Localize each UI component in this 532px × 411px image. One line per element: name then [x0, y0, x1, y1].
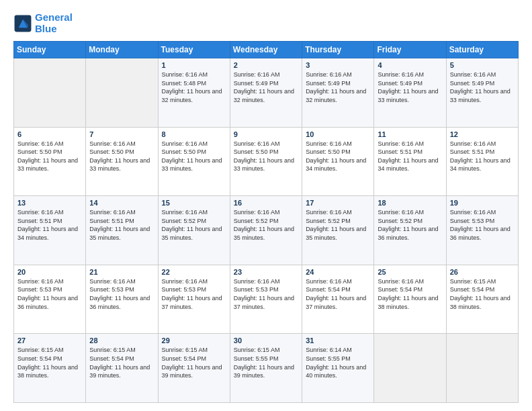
day-number: 24: [306, 268, 370, 276]
cell-info: Sunrise: 6:16 AM Sunset: 5:51 PM Dayligh…: [17, 208, 82, 242]
calendar-cell: 15Sunrise: 6:16 AM Sunset: 5:52 PM Dayli…: [158, 196, 230, 265]
day-number: 12: [450, 130, 515, 138]
day-number: 23: [234, 268, 298, 276]
calendar-cell: 5Sunrise: 6:16 AM Sunset: 5:49 PM Daylig…: [446, 58, 518, 128]
day-number: 29: [162, 336, 226, 345]
cell-info: Sunrise: 6:16 AM Sunset: 5:52 PM Dayligh…: [306, 208, 370, 242]
day-number: 21: [89, 268, 154, 276]
calendar-header-row: SundayMondayTuesdayWednesdayThursdayFrid…: [14, 42, 519, 58]
cell-info: Sunrise: 6:16 AM Sunset: 5:52 PM Dayligh…: [162, 208, 226, 242]
cell-info: Sunrise: 6:16 AM Sunset: 5:51 PM Dayligh…: [378, 140, 442, 173]
calendar-cell: [14, 58, 86, 128]
cell-info: Sunrise: 6:16 AM Sunset: 5:53 PM Dayligh…: [234, 277, 298, 311]
day-number: 25: [378, 268, 442, 276]
calendar-cell: 19Sunrise: 6:16 AM Sunset: 5:53 PM Dayli…: [446, 196, 518, 265]
day-number: 26: [450, 268, 515, 276]
logo-icon: [13, 14, 32, 33]
calendar-cell: [86, 58, 158, 128]
calendar-cell: 9Sunrise: 6:16 AM Sunset: 5:50 PM Daylig…: [230, 127, 302, 196]
cell-info: Sunrise: 6:16 AM Sunset: 5:51 PM Dayligh…: [89, 208, 154, 242]
calendar-table: SundayMondayTuesdayWednesdayThursdayFrid…: [13, 41, 519, 403]
calendar-cell: 27Sunrise: 6:15 AM Sunset: 5:54 PM Dayli…: [14, 334, 86, 403]
calendar-cell: 31Sunrise: 6:14 AM Sunset: 5:55 PM Dayli…: [302, 334, 374, 403]
calendar-cell: 28Sunrise: 6:15 AM Sunset: 5:54 PM Dayli…: [86, 334, 158, 403]
calendar-week-row: 27Sunrise: 6:15 AM Sunset: 5:54 PM Dayli…: [14, 334, 519, 403]
cell-info: Sunrise: 6:16 AM Sunset: 5:53 PM Dayligh…: [450, 208, 515, 242]
cell-info: Sunrise: 6:15 AM Sunset: 5:54 PM Dayligh…: [162, 346, 226, 379]
calendar-cell: 14Sunrise: 6:16 AM Sunset: 5:51 PM Dayli…: [86, 196, 158, 265]
calendar-cell: 20Sunrise: 6:16 AM Sunset: 5:53 PM Dayli…: [14, 265, 86, 334]
calendar-week-row: 6Sunrise: 6:16 AM Sunset: 5:50 PM Daylig…: [14, 127, 519, 196]
day-number: 7: [89, 130, 154, 138]
day-number: 2: [234, 61, 298, 69]
calendar-cell: 17Sunrise: 6:16 AM Sunset: 5:52 PM Dayli…: [302, 196, 374, 265]
cell-info: Sunrise: 6:15 AM Sunset: 5:54 PM Dayligh…: [450, 277, 515, 311]
cell-info: Sunrise: 6:16 AM Sunset: 5:50 PM Dayligh…: [162, 140, 226, 173]
day-number: 10: [306, 130, 370, 138]
cell-info: Sunrise: 6:16 AM Sunset: 5:52 PM Dayligh…: [234, 208, 298, 242]
calendar-cell: 1Sunrise: 6:16 AM Sunset: 5:48 PM Daylig…: [158, 58, 230, 128]
day-number: 15: [162, 199, 226, 207]
cell-info: Sunrise: 6:16 AM Sunset: 5:49 PM Dayligh…: [378, 71, 442, 104]
cell-info: Sunrise: 6:16 AM Sunset: 5:53 PM Dayligh…: [89, 277, 154, 311]
day-number: 5: [450, 61, 515, 69]
day-number: 11: [378, 130, 442, 138]
calendar-header-wednesday: Wednesday: [230, 42, 302, 58]
cell-info: Sunrise: 6:16 AM Sunset: 5:54 PM Dayligh…: [378, 277, 442, 311]
cell-info: Sunrise: 6:16 AM Sunset: 5:53 PM Dayligh…: [162, 277, 226, 311]
calendar-cell: 13Sunrise: 6:16 AM Sunset: 5:51 PM Dayli…: [14, 196, 86, 265]
day-number: 4: [378, 61, 442, 69]
cell-info: Sunrise: 6:16 AM Sunset: 5:48 PM Dayligh…: [162, 71, 226, 104]
day-number: 28: [89, 336, 154, 345]
cell-info: Sunrise: 6:15 AM Sunset: 5:54 PM Dayligh…: [17, 346, 82, 379]
calendar-cell: 21Sunrise: 6:16 AM Sunset: 5:53 PM Dayli…: [86, 265, 158, 334]
calendar-cell: 12Sunrise: 6:16 AM Sunset: 5:51 PM Dayli…: [446, 127, 518, 196]
day-number: 13: [17, 199, 82, 207]
day-number: 17: [306, 199, 370, 207]
calendar-header-tuesday: Tuesday: [158, 42, 230, 58]
calendar-cell: 7Sunrise: 6:16 AM Sunset: 5:50 PM Daylig…: [86, 127, 158, 196]
cell-info: Sunrise: 6:16 AM Sunset: 5:49 PM Dayligh…: [234, 71, 298, 104]
logo-blue: Blue: [35, 24, 73, 35]
calendar-cell: 26Sunrise: 6:15 AM Sunset: 5:54 PM Dayli…: [446, 265, 518, 334]
calendar-cell: 18Sunrise: 6:16 AM Sunset: 5:52 PM Dayli…: [374, 196, 446, 265]
calendar-header-friday: Friday: [374, 42, 446, 58]
calendar-cell: [446, 334, 518, 403]
calendar-week-row: 1Sunrise: 6:16 AM Sunset: 5:48 PM Daylig…: [14, 58, 519, 128]
cell-info: Sunrise: 6:16 AM Sunset: 5:50 PM Dayligh…: [89, 140, 154, 173]
calendar-cell: 24Sunrise: 6:16 AM Sunset: 5:54 PM Dayli…: [302, 265, 374, 334]
day-number: 18: [378, 199, 442, 207]
day-number: 14: [89, 199, 154, 207]
page: General Blue SundayMondayTuesdayWednesda…: [0, 0, 532, 411]
day-number: 1: [162, 61, 226, 69]
cell-info: Sunrise: 6:16 AM Sunset: 5:50 PM Dayligh…: [17, 140, 82, 173]
cell-info: Sunrise: 6:16 AM Sunset: 5:50 PM Dayligh…: [306, 140, 370, 173]
header: General Blue: [13, 12, 519, 34]
day-number: 20: [17, 268, 82, 276]
cell-info: Sunrise: 6:14 AM Sunset: 5:55 PM Dayligh…: [306, 346, 370, 379]
calendar-cell: 23Sunrise: 6:16 AM Sunset: 5:53 PM Dayli…: [230, 265, 302, 334]
calendar-cell: 16Sunrise: 6:16 AM Sunset: 5:52 PM Dayli…: [230, 196, 302, 265]
logo-name: General: [35, 12, 73, 24]
cell-info: Sunrise: 6:16 AM Sunset: 5:54 PM Dayligh…: [306, 277, 370, 311]
cell-info: Sunrise: 6:16 AM Sunset: 5:51 PM Dayligh…: [450, 140, 515, 173]
day-number: 6: [17, 130, 82, 138]
cell-info: Sunrise: 6:16 AM Sunset: 5:49 PM Dayligh…: [450, 71, 515, 104]
calendar-cell: 10Sunrise: 6:16 AM Sunset: 5:50 PM Dayli…: [302, 127, 374, 196]
cell-info: Sunrise: 6:16 AM Sunset: 5:49 PM Dayligh…: [306, 71, 370, 104]
calendar-cell: 6Sunrise: 6:16 AM Sunset: 5:50 PM Daylig…: [14, 127, 86, 196]
cell-info: Sunrise: 6:15 AM Sunset: 5:54 PM Dayligh…: [89, 346, 154, 379]
calendar-header-saturday: Saturday: [446, 42, 518, 58]
day-number: 30: [234, 336, 298, 345]
day-number: 31: [306, 336, 370, 345]
calendar-cell: 2Sunrise: 6:16 AM Sunset: 5:49 PM Daylig…: [230, 58, 302, 128]
day-number: 19: [450, 199, 515, 207]
calendar-header-thursday: Thursday: [302, 42, 374, 58]
calendar-cell: 25Sunrise: 6:16 AM Sunset: 5:54 PM Dayli…: [374, 265, 446, 334]
cell-info: Sunrise: 6:16 AM Sunset: 5:52 PM Dayligh…: [378, 208, 442, 242]
calendar-cell: 3Sunrise: 6:16 AM Sunset: 5:49 PM Daylig…: [302, 58, 374, 128]
cell-info: Sunrise: 6:16 AM Sunset: 5:53 PM Dayligh…: [17, 277, 82, 311]
day-number: 9: [234, 130, 298, 138]
calendar-cell: [374, 334, 446, 403]
calendar-cell: 8Sunrise: 6:16 AM Sunset: 5:50 PM Daylig…: [158, 127, 230, 196]
